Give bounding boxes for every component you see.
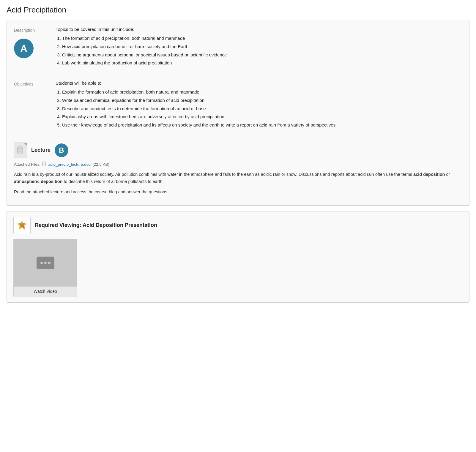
objectives-label: Objectives [14, 80, 53, 86]
objectives-content: Students will be able to: Explain the fo… [53, 80, 462, 129]
required-viewing-header: Required Viewing: Acid Deposition Presen… [13, 217, 463, 234]
objectives-intro: Students will be able to: [56, 80, 462, 86]
lecture-paragraph-2: Read the attached lecture and access the… [14, 188, 462, 196]
lecture-text-1: Acid rain is a by-product of our industr… [14, 172, 413, 177]
list-item: Explain the formation of acid precipitat… [62, 88, 462, 96]
list-item: Use their knowledge of acid precipitatio… [62, 121, 462, 129]
attached-files-row: Attached Files: acid_precip_lecture.doc … [14, 162, 462, 167]
objectives-label-column: Objectives [14, 80, 53, 86]
main-content-card: Description A Topics to be covered in th… [7, 20, 469, 206]
lecture-bold-2: atmospheric deposition [14, 179, 63, 184]
page-title: Acid Precipitation [7, 5, 469, 15]
list-item: Criticizing arguments about personal or … [62, 51, 462, 59]
dot-2 [44, 262, 47, 264]
description-intro: Topics to be covered in this unit includ… [56, 27, 462, 32]
svg-point-11 [19, 223, 21, 225]
svg-point-14 [23, 226, 25, 228]
file-size: (22.5 KB) [92, 162, 109, 167]
list-item: Write balanced chemical equations for th… [62, 96, 462, 105]
dot-3 [48, 262, 51, 264]
lecture-title: Lecture [31, 147, 51, 153]
lecture-text-2: to describe this return of airborne poll… [63, 179, 164, 184]
video-thumbnail[interactable]: Watch Video [13, 239, 77, 297]
description-section: Description A Topics to be covered in th… [7, 20, 469, 74]
dot-1 [40, 262, 43, 264]
svg-point-13 [19, 226, 21, 228]
document-icon [14, 143, 27, 158]
video-image [14, 239, 77, 287]
required-viewing-icon [13, 217, 31, 234]
video-label[interactable]: Watch Video [14, 287, 77, 297]
description-content: Topics to be covered in this unit includ… [53, 27, 462, 67]
objectives-section: Objectives Students will be able to: Exp… [7, 74, 469, 136]
lecture-header: Lecture B [14, 143, 462, 158]
svg-point-12 [23, 223, 25, 225]
video-dots-icon [37, 257, 54, 269]
required-viewing-title: Required Viewing: Acid Deposition Presen… [35, 222, 157, 228]
list-item: The formation of acid precipitation, bot… [62, 34, 462, 42]
list-item: Lab work: simulating the production of a… [62, 59, 462, 67]
lecture-paragraph-1: Acid rain is a by-product of our industr… [14, 171, 462, 185]
lecture-bold-1: acid deposition [413, 172, 445, 177]
required-viewing-section: Required Viewing: Acid Deposition Presen… [7, 211, 469, 303]
description-label-column: Description A [14, 27, 53, 58]
description-list: The formation of acid precipitation, bot… [62, 34, 462, 67]
objectives-list: Explain the formation of acid precipitat… [62, 88, 462, 129]
description-avatar: A [14, 39, 34, 58]
file-doc-icon [42, 162, 46, 167]
lecture-body: Acid rain is a by-product of our industr… [14, 171, 462, 196]
list-item: Explain why areas with limestone beds ar… [62, 113, 462, 121]
description-label: Description [14, 27, 53, 33]
attached-files-label: Attached Files: [14, 162, 40, 167]
list-item: How acid precipitation can benefit or ha… [62, 42, 462, 51]
lecture-badge: B [55, 143, 68, 157]
file-link[interactable]: acid_precip_lecture.doc [48, 162, 91, 167]
list-item: Describe and conduct tests to determine … [62, 105, 462, 113]
lecture-middle-1: or [445, 172, 450, 177]
lecture-section: Lecture B Attached Files: acid_precip_le… [7, 136, 469, 206]
